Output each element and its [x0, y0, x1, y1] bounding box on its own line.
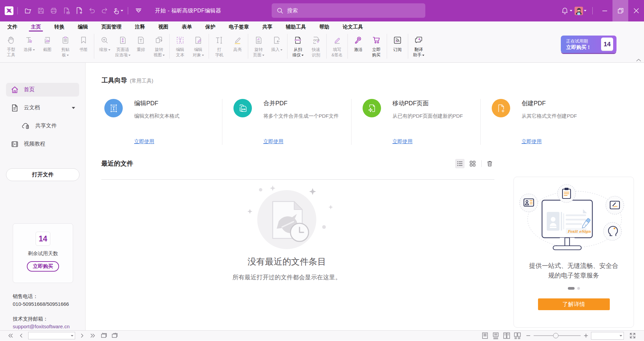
- use-now-link-edit-pdf[interactable]: 立即使用: [134, 138, 154, 145]
- sidebar-item-shared-files[interactable]: 共享文件: [6, 119, 79, 133]
- create-pdf-quick-button[interactable]: [73, 4, 86, 17]
- zoom-slider-knob[interactable]: [553, 333, 558, 338]
- support-email-link[interactable]: support@foxitsoftware.cn: [13, 323, 69, 331]
- open-file-quick-button[interactable]: [22, 4, 35, 17]
- ribbon-button-hand-tool[interactable]: 手型工具: [2, 33, 20, 58]
- ribbon-button-snapshot[interactable]: 截图: [38, 33, 56, 52]
- ribbon-button-buy-now[interactable]: 立即购买: [367, 33, 385, 58]
- sidebar: 首页云文档共享文件视频教程 打开文件 14 剩余试用天数 立即购买 销售电话： …: [0, 63, 86, 330]
- learn-more-button[interactable]: 了解详情: [538, 298, 610, 310]
- collapse-ribbon-button[interactable]: [636, 58, 641, 62]
- tool-card-desc: 编辑文档和文本格式: [134, 113, 179, 119]
- carousel-dot-active[interactable]: [568, 287, 575, 290]
- zoom-out-button[interactable]: [526, 333, 531, 338]
- sidebar-item-video-tutorials[interactable]: 视频教程: [6, 137, 79, 151]
- buy-now-button[interactable]: 立即购买: [27, 261, 59, 272]
- ribbon-button-insert[interactable]: 插入: [268, 33, 286, 52]
- expand-caret-icon[interactable]: [72, 107, 75, 109]
- grid-view-button[interactable]: [468, 159, 477, 168]
- ribbon-button-highlight[interactable]: 高亮: [228, 33, 247, 52]
- print-quick-button[interactable]: [47, 4, 60, 17]
- ribbon-button-label: 高亮: [233, 47, 242, 52]
- tab-esign[interactable]: 电子签章: [228, 21, 250, 33]
- ribbon-button-edit-text[interactable]: 编辑文本: [171, 33, 189, 58]
- open-file-button[interactable]: 打开文件: [6, 168, 79, 181]
- notifications-bell-button[interactable]: [560, 4, 573, 17]
- single-page-view-button[interactable]: [481, 332, 489, 340]
- facing-continuous-view-button[interactable]: [513, 332, 522, 340]
- cart-icon: [372, 35, 381, 45]
- tab-convert[interactable]: 转换: [54, 21, 65, 33]
- ribbon-button-rotate-pages[interactable]: 旋转页面: [250, 33, 268, 58]
- fullscreen-button[interactable]: [628, 332, 637, 340]
- search-input[interactable]: [287, 8, 415, 14]
- undo-quick-button[interactable]: [86, 4, 98, 17]
- zoom-slider-track[interactable]: [534, 335, 581, 336]
- ribbon-button-clipboard[interactable]: 剪贴板: [56, 33, 74, 58]
- trial-purchase-badge[interactable]: 正在试用期 立即购买！ 14: [561, 36, 616, 53]
- tab-paper-tools[interactable]: 论文工具: [342, 21, 364, 33]
- tab-accessibility[interactable]: 辅助工具: [285, 21, 307, 33]
- redo-quick-button[interactable]: [98, 4, 111, 17]
- page-number-box[interactable]: [28, 332, 75, 339]
- close-button[interactable]: [628, 0, 644, 21]
- ribbon-button-fill-sign[interactable]: 填写&签名: [328, 33, 346, 58]
- zoom-slider[interactable]: [526, 333, 588, 338]
- touch-mode-quick-button[interactable]: [111, 4, 124, 17]
- use-now-link-merge-pdf[interactable]: 立即使用: [263, 138, 283, 145]
- sidebar-item-cloud-docs[interactable]: 云文档: [6, 101, 79, 115]
- tab-protect[interactable]: 保护: [205, 21, 216, 33]
- prev-page-button[interactable]: [17, 332, 25, 340]
- dropdown-arrow-icon: [108, 49, 110, 51]
- use-now-link-create-pdf[interactable]: 立即使用: [522, 138, 542, 145]
- tab-help[interactable]: 帮助: [319, 21, 330, 33]
- ribbon-button-edit-object[interactable]: 编辑对象: [189, 33, 207, 58]
- minimize-button[interactable]: [597, 0, 612, 21]
- ribbon-button-typewriter[interactable]: 打字机: [210, 33, 228, 58]
- carousel-dot[interactable]: [577, 287, 580, 290]
- ribbon-button-translate-assistant[interactable]: A翻译助手: [410, 33, 428, 58]
- tab-page-manage[interactable]: 页面管理: [101, 21, 122, 33]
- use-now-link-move-pdf-pages[interactable]: 立即使用: [392, 138, 413, 145]
- list-view-button[interactable]: [455, 159, 465, 168]
- tab-comment[interactable]: 注释: [134, 21, 146, 33]
- tab-file[interactable]: 文件: [7, 21, 18, 33]
- ribbon-button-zoom[interactable]: 缩放: [96, 33, 114, 52]
- ribbon-button-reflow[interactable]: 重排: [132, 33, 150, 52]
- ribbon-button-select[interactable]: 选择: [20, 33, 38, 52]
- email-quick-button[interactable]: [60, 4, 73, 17]
- tab-form[interactable]: 表单: [181, 21, 193, 33]
- tab-view[interactable]: 视图: [158, 21, 169, 33]
- next-view-button[interactable]: [110, 332, 119, 340]
- continuous-view-button[interactable]: [491, 332, 500, 340]
- trial-days-caption: 剩余试用天数: [13, 250, 73, 257]
- ribbon-group: 从扫描仪OCR快速识别: [289, 33, 325, 62]
- dropdown-arrow-icon: [280, 49, 282, 51]
- zoom-in-button[interactable]: [584, 333, 588, 338]
- last-page-button[interactable]: [89, 332, 97, 340]
- facing-view-button[interactable]: [502, 332, 511, 340]
- zoom-level-box[interactable]: [591, 332, 624, 340]
- save-quick-button[interactable]: [35, 4, 47, 17]
- ribbon-button-quick-ocr[interactable]: OCR快速识别: [307, 33, 325, 58]
- ribbon-button-rotate-view[interactable]: 旋转视图: [150, 33, 168, 58]
- restore-button[interactable]: [612, 0, 628, 21]
- clear-recent-button[interactable]: [485, 159, 494, 168]
- ribbon-button-subscribe[interactable]: 订阅: [388, 33, 407, 52]
- ribbon-button-bookmark[interactable]: 书签: [74, 33, 93, 52]
- tab-edit[interactable]: 编辑: [77, 21, 89, 33]
- first-page-button[interactable]: [6, 332, 15, 340]
- ribbon-button-activate[interactable]: 激活: [349, 33, 367, 52]
- customize-quick-access-button[interactable]: [132, 4, 145, 17]
- ribbon-group: 旋转页面插入: [250, 33, 286, 62]
- tab-share[interactable]: 共享: [262, 21, 273, 33]
- tab-home[interactable]: 主页: [30, 21, 42, 33]
- ribbon-button-from-scanner[interactable]: 从扫描仪: [289, 33, 307, 58]
- previous-view-button[interactable]: [99, 332, 108, 340]
- support-email-label: 技术支持邮箱：: [13, 315, 69, 323]
- sidebar-item-home[interactable]: 首页: [6, 83, 79, 97]
- ribbon-button-fit-page[interactable]: 页面适应选项: [114, 33, 132, 58]
- next-page-button[interactable]: [78, 332, 87, 340]
- account-avatar-button[interactable]: [573, 4, 588, 17]
- search-box[interactable]: [272, 3, 425, 18]
